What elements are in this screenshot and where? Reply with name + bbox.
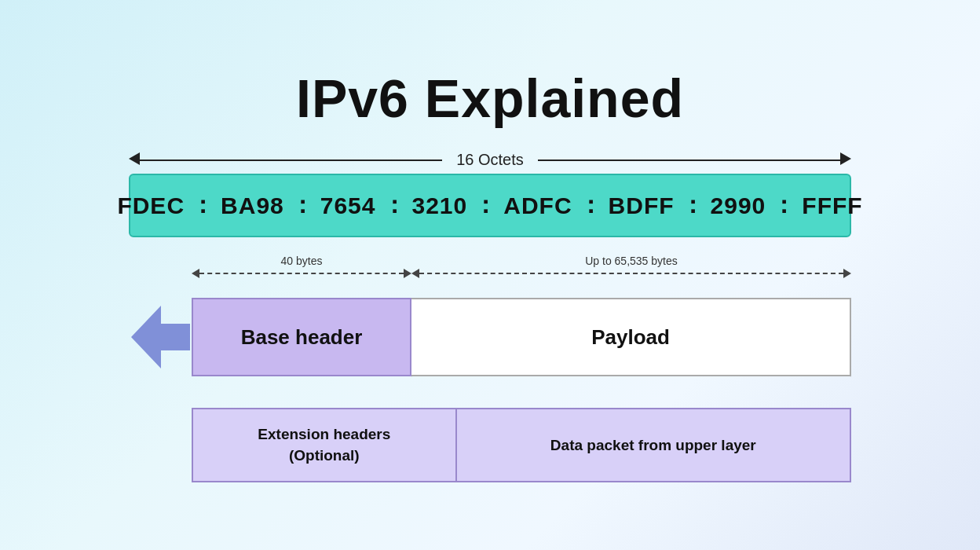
payload-label: Payload [591,325,670,350]
annotation-65535: Up to 65,535 bytes [411,255,851,278]
trapezoid-connector [129,376,851,408]
octets-arrow-right [841,152,851,168]
base-header-box: Base header [192,298,411,376]
base-header-label: Base header [241,325,363,350]
packet-row: Base header Payload [129,298,851,376]
expansion-row: Extension headers(Optional) Data packet … [129,408,851,482]
dashed-line-40 [199,273,404,274]
ipv6-seg-4: ADFC [497,192,578,219]
arrow-right-40 [404,269,411,278]
annotation-65535-label: Up to 65,535 bytes [585,255,678,267]
ipv6-seg-7: FFFF [795,192,868,219]
ipv6-seg-0: FDEC [111,192,191,219]
ipv6-address-bar: FDEC ： BA98 ： 7654 ： 3210 ： ADFC ： BDFF … [129,174,851,237]
trapezoid-svg [411,376,851,408]
dashed-arrow-40 [192,269,411,278]
dashed-arrow-65535 [411,269,851,278]
payload-box: Payload [411,298,851,376]
left-arrow-container [129,298,192,376]
data-packet-label: Data packet from upper layer [550,437,756,454]
ipv6-seg-5: BDFF [602,192,681,219]
main-container: IPv6 Explained 16 Octets FDEC ： BA98 ： 7… [58,68,922,482]
ipv6-seg-1: BA98 [214,192,291,219]
octets-arrow: 16 Octets [129,151,851,169]
annotation-40-label: 40 bytes [281,255,323,267]
octets-row: 16 Octets [129,151,851,169]
spacer [129,408,192,482]
arrow-left-65535 [411,269,419,278]
extension-headers-box: Extension headers(Optional) [192,408,455,482]
octets-label: 16 Octets [442,151,538,169]
arrow-left-40 [192,269,199,278]
octets-arrow-left [129,152,139,168]
annotation-40: 40 bytes [192,255,411,278]
page-title: IPv6 Explained [296,68,684,129]
data-packet-box: Data packet from upper layer [455,408,851,482]
arrow-right-65535 [843,269,851,278]
octets-line-right [538,160,841,161]
octets-line-left [139,160,442,161]
ipv6-seg-3: 3210 [406,192,474,219]
annotation-section: 40 bytes Up to 65,535 bytes [129,255,851,298]
left-arrow-icon [131,302,190,372]
ipv6-seg-2: 7654 [314,192,382,219]
dashed-line-65535 [419,273,843,274]
extension-headers-label: Extension headers(Optional) [258,424,390,466]
ipv6-seg-6: 2990 [704,192,773,219]
svg-marker-0 [131,306,190,368]
